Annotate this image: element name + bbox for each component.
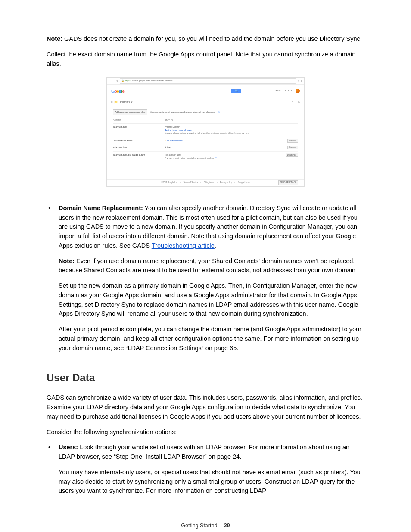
note-label: Note:	[59, 258, 75, 264]
bullet-paragraph: Users: Look through your whole set of us…	[59, 443, 364, 462]
note-text: Even if you use domain name replacement,…	[59, 258, 355, 274]
remove-button: Remove	[287, 146, 298, 149]
col-status: STATUS	[165, 119, 281, 122]
info-icon: ⓘ	[215, 157, 217, 159]
footer-copyright: ©2013 Google Inc.	[162, 181, 178, 184]
page-number: 29	[224, 523, 230, 529]
help-icon: ?	[292, 100, 293, 104]
domains-table: DOMAIN STATUS solarmora.com Primary Doma…	[113, 118, 298, 162]
screenshot-figure: ← → ⟳ 🔒 https://admin.google.com/AdminHo…	[47, 77, 364, 187]
add-domain-hint: You can create email addresses and alias…	[150, 111, 215, 114]
page-content: Note: GADS does not create a domain for …	[0, 0, 411, 532]
body-paragraph: GADS can synchronize a wide variety of u…	[47, 393, 364, 421]
bullet-tail: .	[215, 242, 216, 249]
status-sub: Manage where visitors are redirected whe…	[165, 132, 281, 135]
footer-link: Terms of Service	[184, 181, 198, 184]
section-heading-user-data: User Data	[47, 370, 364, 386]
status-sub: The test domain alias provided when you …	[165, 157, 281, 160]
info-icon: ⓘ	[218, 111, 220, 114]
status-link: Redirect your naked domain	[165, 129, 281, 132]
status-cell: Primary Domain Redirect your naked domai…	[165, 125, 281, 135]
domain-cell: solarmora.com.test-google-a.com	[113, 153, 165, 157]
bullet-text: Look through your whole set of users wit…	[59, 444, 349, 460]
note-label: Note:	[47, 35, 62, 42]
status-cell: ⚠Activate domain	[165, 139, 281, 143]
bullet-label: Domain Name Replacement:	[59, 205, 143, 212]
search-button: 🔍	[231, 89, 241, 93]
back-icon: ←	[109, 79, 111, 83]
reload-icon: ⟳	[116, 79, 118, 83]
footer-link: Google Home	[238, 181, 250, 184]
apps-grid-icon: ⋮⋮⋮	[284, 89, 293, 93]
note-text: GADS does not create a domain for you, s…	[62, 35, 362, 42]
bullet-label: Users:	[59, 444, 78, 451]
domain-cell: pubs.solarmora.com	[113, 139, 165, 143]
bullet-domain-replacement: Domain Name Replacement: You can also sp…	[47, 204, 364, 353]
status-link: Activate domain	[167, 139, 183, 142]
table-header: DOMAIN STATUS	[113, 118, 298, 124]
header-right: admin ⋮⋮⋮	[275, 89, 300, 93]
warning-icon: ⚠	[165, 139, 166, 142]
table-row: solarmora.com Primary Domain Redirect yo…	[113, 124, 298, 137]
gear-icon: ⚙	[298, 100, 300, 104]
note-paragraph: Note: GADS does not create a domain for …	[47, 34, 364, 44]
chevron-down-icon: ▾	[131, 100, 133, 104]
menu-toggle-icon: ≡	[111, 100, 113, 104]
lock-icon: 🔒	[121, 79, 124, 83]
status-cell: Test domain alias The test domain alias …	[165, 153, 281, 160]
note-paragraph: Note: Even if you use domain name replac…	[59, 257, 364, 276]
folder-icon: 📁	[114, 100, 118, 104]
menu-icon: ≡	[301, 79, 302, 83]
body-paragraph: You may have internal-only users, or spe…	[59, 468, 364, 496]
deactivate-button: Deactivate	[286, 153, 298, 157]
table-row: pubs.solarmora.com ⚠Activate domain Remo…	[113, 137, 298, 145]
star-icon: ☆	[297, 79, 299, 83]
url-https: https://	[125, 79, 131, 83]
avatar	[296, 89, 300, 93]
body-paragraph: Set up the new domain as a primary domai…	[59, 281, 364, 319]
remove-button: Remove	[287, 139, 298, 143]
breadcrumb-text: Domains	[119, 100, 130, 104]
troubleshooting-link[interactable]: Troubleshooting article	[152, 242, 215, 249]
footer-link: Billing terms	[204, 181, 215, 184]
browser-url-bar: ← → ⟳ 🔒 https://admin.google.com/AdminHo…	[107, 78, 304, 85]
domain-cell: solarmora.info	[113, 146, 165, 149]
body-paragraph: Consider the following synchronization o…	[47, 428, 364, 437]
table-row: solarmora.com.test-google-a.com Test dom…	[113, 152, 298, 162]
body-paragraph: Collect the exact domain name from the G…	[47, 50, 364, 69]
body-paragraph: After your pilot period is complete, you…	[59, 325, 364, 353]
search-icon: 🔍	[235, 89, 238, 93]
status-title: Primary Domain	[165, 125, 281, 129]
header-user: admin	[275, 89, 281, 93]
table-row: solarmora.info Active Remove	[113, 144, 298, 152]
google-logo: Google	[111, 87, 124, 95]
add-domain-button: Add a domain or a domain alias	[113, 109, 147, 115]
bullet-users: Users: Look through your whole set of us…	[47, 443, 364, 496]
url-text: admin.google.com/AdminHome#Domains:	[132, 79, 173, 83]
footer-section: Getting Started	[181, 523, 217, 529]
add-domain-bar: Add a domain or a domain alias You can c…	[113, 109, 298, 115]
bullet-paragraph: Domain Name Replacement: You can also sp…	[59, 204, 364, 251]
console-footer: ©2013 Google Inc. - Terms of Service - B…	[107, 179, 304, 186]
page-footer: Getting Started 29	[47, 522, 364, 530]
footer-link: Privacy policy	[220, 181, 232, 184]
breadcrumb-bar: ≡ 📁 Domains ▾ ? ⚙	[107, 97, 304, 107]
forward-icon: →	[112, 79, 115, 83]
admin-console-screenshot: ← → ⟳ 🔒 https://admin.google.com/AdminHo…	[106, 77, 305, 187]
col-domain: DOMAIN	[113, 119, 165, 122]
console-header: Google 🔍 admin ⋮⋮⋮	[107, 85, 304, 98]
url-field: 🔒 https://admin.google.com/AdminHome#Dom…	[120, 78, 296, 84]
status-title: Test domain alias	[165, 153, 281, 157]
status-cell: Active	[165, 146, 281, 149]
domain-cell: solarmora.com	[113, 125, 165, 129]
send-feedback-button: SEND FEEDBACK	[278, 180, 298, 185]
